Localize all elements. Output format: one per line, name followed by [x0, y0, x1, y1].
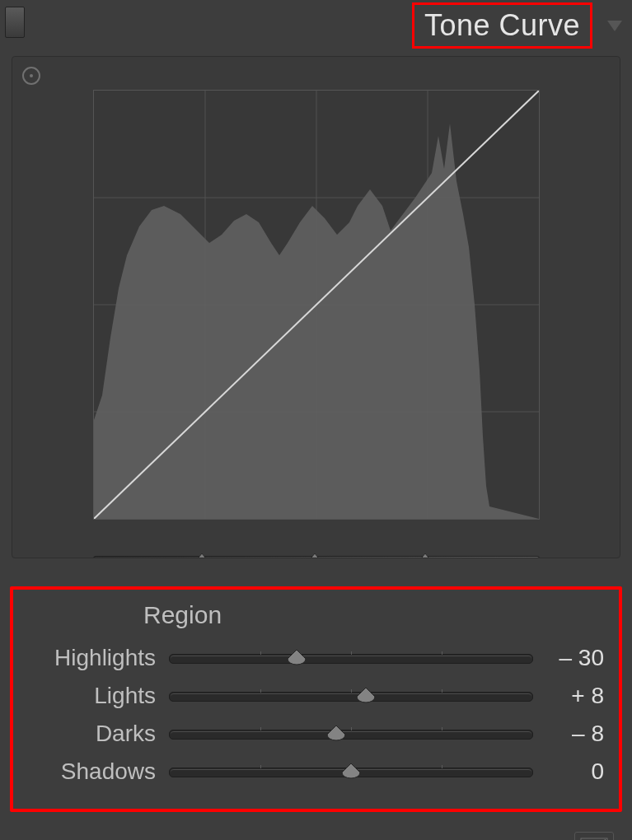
highlights-row: Highlights – 30	[28, 639, 604, 677]
panel-footer: Point Curve : Linear ▲▼	[20, 832, 614, 840]
tone-curve-panel: Tone Curve	[0, 0, 632, 840]
lights-label: Lights	[28, 683, 169, 709]
shadows-row: Shadows 0	[28, 753, 604, 791]
darks-value[interactable]: – 8	[533, 721, 604, 747]
shadows-thumb[interactable]	[341, 763, 361, 779]
shadows-value[interactable]: 0	[533, 758, 604, 785]
point-curve-editor-button[interactable]	[574, 832, 614, 840]
lights-value[interactable]: + 8	[533, 683, 604, 709]
shadows-slider[interactable]	[169, 768, 533, 777]
darks-thumb[interactable]	[326, 725, 346, 741]
collapse-triangle-icon[interactable]	[607, 21, 622, 31]
split-handle-highlights[interactable]	[417, 552, 433, 558]
darks-label: Darks	[28, 721, 169, 747]
panel-switch[interactable]	[5, 7, 25, 38]
split-handle-mid[interactable]	[307, 552, 323, 558]
panel-title-highlight: Tone Curve	[412, 2, 592, 49]
highlights-label: Highlights	[28, 645, 169, 671]
panel-title: Tone Curve	[424, 8, 580, 43]
lights-thumb[interactable]	[356, 687, 376, 703]
shadows-label: Shadows	[28, 758, 169, 785]
curve-area	[12, 56, 620, 558]
range-split-bar	[93, 556, 540, 558]
lights-row: Lights + 8	[28, 677, 604, 715]
darks-slider[interactable]	[169, 730, 533, 740]
darks-row: Darks – 8	[28, 715, 604, 753]
lights-slider[interactable]	[169, 692, 533, 702]
highlights-slider[interactable]	[169, 654, 533, 664]
region-sliders-highlight: Region Highlights – 30 Lights + 8 Dark	[10, 586, 622, 812]
curve-graph-wrap	[93, 90, 538, 551]
tone-curve-graph[interactable]	[93, 90, 540, 520]
targeted-adjustment-icon[interactable]	[22, 67, 40, 85]
highlights-thumb[interactable]	[287, 649, 307, 665]
split-handle-shadows[interactable]	[194, 552, 210, 558]
highlights-value[interactable]: – 30	[533, 645, 604, 671]
panel-header: Tone Curve	[0, 0, 632, 51]
region-heading: Region	[143, 601, 604, 629]
